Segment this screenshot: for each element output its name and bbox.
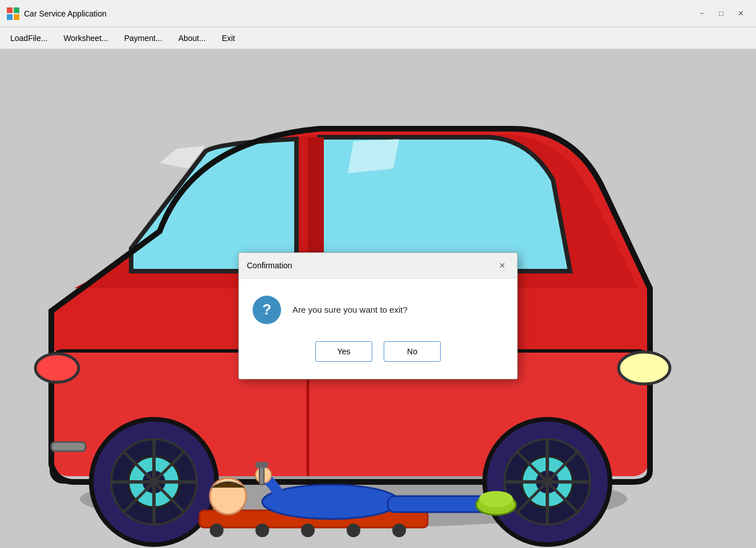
main-content: Confirmation ✕ ? Are you sure you want t… — [0, 49, 756, 548]
window-title: Car Service Application — [24, 9, 693, 18]
app-icon — [7, 7, 19, 20]
dialog-title: Confirmation — [247, 261, 292, 270]
no-button[interactable]: No — [384, 341, 441, 362]
menu-exit[interactable]: Exit — [214, 30, 243, 46]
menu-bar: LoadFile... Worksheet... Payment... Abou… — [0, 27, 756, 49]
dialog-message: Are you sure you want to exit? — [292, 305, 408, 314]
yes-button[interactable]: Yes — [315, 341, 372, 362]
dialog-message-row: ? Are you sure you want to exit? — [253, 296, 503, 324]
menu-worksheet[interactable]: Worksheet... — [55, 30, 116, 46]
menu-payment[interactable]: Payment... — [116, 30, 170, 46]
minimize-button[interactable]: − — [693, 6, 710, 22]
dialog-close-button[interactable]: ✕ — [495, 259, 509, 272]
window-controls: − □ ✕ — [693, 6, 749, 22]
menu-about[interactable]: About... — [170, 30, 214, 46]
maximize-button[interactable]: □ — [713, 6, 730, 22]
window-close-button[interactable]: ✕ — [732, 6, 749, 22]
dialog-header: Confirmation ✕ — [239, 253, 517, 279]
question-icon: ? — [253, 296, 281, 324]
dialog-body: ? Are you sure you want to exit? Yes No — [239, 279, 517, 379]
menu-loadfile[interactable]: LoadFile... — [2, 30, 55, 46]
dialog-overlay: Confirmation ✕ ? Are you sure you want t… — [0, 49, 756, 548]
title-bar: Car Service Application − □ ✕ — [0, 0, 756, 27]
dialog-buttons: Yes No — [253, 341, 503, 367]
confirmation-dialog: Confirmation ✕ ? Are you sure you want t… — [238, 252, 518, 379]
